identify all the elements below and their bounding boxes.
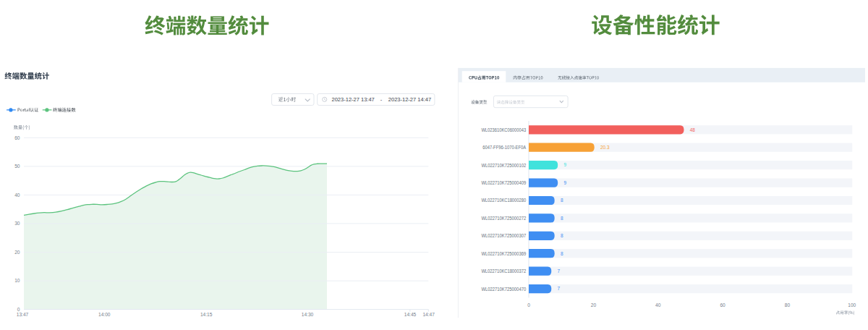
- svg-text:40: 40: [655, 302, 661, 308]
- svg-text:13:47: 13:47: [17, 312, 29, 317]
- svg-text:60: 60: [720, 302, 726, 308]
- svg-text:100: 100: [848, 302, 856, 308]
- svg-text:10: 10: [14, 278, 20, 283]
- svg-text:WL022710K725000470: WL022710K725000470: [481, 287, 526, 292]
- svg-text:8: 8: [561, 198, 563, 203]
- svg-text:20: 20: [14, 250, 20, 255]
- svg-text:WL022710K725000409: WL022710K725000409: [481, 180, 526, 185]
- svg-text:14:00: 14:00: [98, 312, 111, 317]
- svg-text:WL023610KC06000043: WL023610KC06000043: [481, 127, 526, 132]
- svg-text:14:45: 14:45: [404, 312, 417, 317]
- svg-text:8: 8: [561, 251, 563, 256]
- svg-text:14:30: 14:30: [302, 312, 314, 317]
- svg-text:8: 8: [561, 233, 563, 238]
- svg-text:9: 9: [564, 162, 567, 167]
- svg-text:WL022710KC18000372: WL022710KC18000372: [481, 268, 526, 274]
- svg-text:2023-12-27 14:47: 2023-12-27 14:47: [388, 96, 431, 103]
- svg-text:40: 40: [14, 192, 20, 198]
- svg-text:WL022710K725000369: WL022710K725000369: [481, 251, 526, 256]
- svg-text:WL022710K725000307: WL022710K725000307: [481, 233, 526, 238]
- svg-text:WL022710K725000272: WL022710K725000272: [481, 216, 526, 221]
- svg-text:20: 20: [591, 302, 597, 308]
- svg-text:0: 0: [527, 302, 530, 308]
- svg-text:80: 80: [785, 302, 791, 308]
- svg-text:50: 50: [14, 164, 20, 169]
- svg-text:8: 8: [561, 216, 563, 221]
- svg-text:7: 7: [558, 286, 561, 291]
- svg-text:6047-FF96-1070-EF0A: 6047-FF96-1070-EF0A: [482, 145, 526, 150]
- svg-text:30: 30: [14, 221, 20, 226]
- svg-text:48: 48: [690, 127, 696, 132]
- svg-text:14:15: 14:15: [200, 312, 213, 317]
- svg-text:9: 9: [564, 180, 567, 185]
- svg-text:14:47: 14:47: [422, 312, 435, 317]
- svg-text:20.3: 20.3: [600, 145, 610, 150]
- svg-text:WL022710K725000102: WL022710K725000102: [481, 163, 526, 168]
- svg-text:2023-12-27 13:47: 2023-12-27 13:47: [332, 96, 375, 103]
- svg-text:60: 60: [14, 135, 20, 140]
- svg-text:WL022710KC18000280: WL022710KC18000280: [481, 198, 526, 203]
- svg-text:7: 7: [558, 268, 561, 274]
